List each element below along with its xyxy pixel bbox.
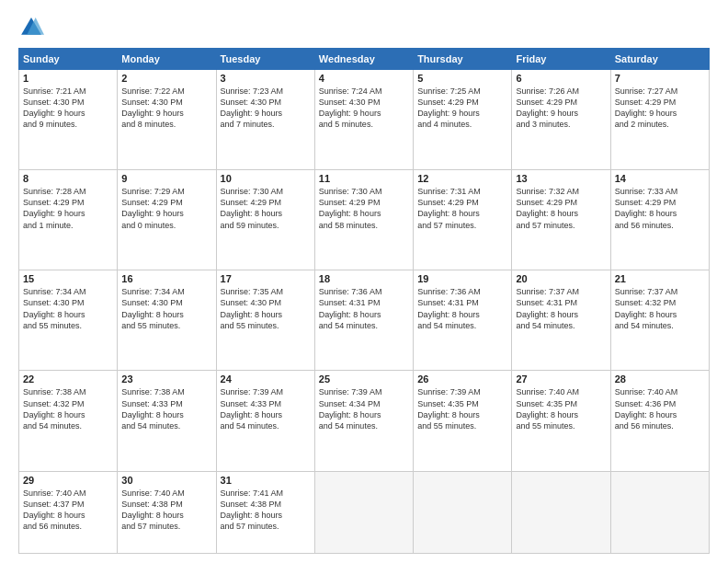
calendar-cell: 29Sunrise: 7:40 AMSunset: 4:37 PMDayligh… [19, 471, 118, 553]
day-info: Sunrise: 7:38 AMSunset: 4:32 PMDaylight:… [23, 386, 113, 431]
col-header-monday: Monday [118, 49, 216, 70]
day-info: Sunrise: 7:36 AMSunset: 4:31 PMDaylight:… [319, 286, 409, 331]
calendar-cell [314, 471, 413, 553]
day-info: Sunrise: 7:34 AMSunset: 4:30 PMDaylight:… [23, 286, 113, 331]
day-info: Sunrise: 7:40 AMSunset: 4:37 PMDaylight:… [23, 488, 113, 533]
day-info: Sunrise: 7:33 AMSunset: 4:29 PMDaylight:… [615, 186, 705, 231]
day-number: 30 [121, 475, 211, 486]
calendar-cell: 2Sunrise: 7:22 AMSunset: 4:30 PMDaylight… [118, 70, 216, 170]
calendar-cell: 28Sunrise: 7:40 AMSunset: 4:36 PMDayligh… [610, 371, 709, 471]
calendar-cell: 22Sunrise: 7:38 AMSunset: 4:32 PMDayligh… [19, 371, 118, 471]
day-number: 28 [615, 373, 705, 385]
day-info: Sunrise: 7:21 AMSunset: 4:30 PMDaylight:… [23, 86, 113, 131]
col-header-sunday: Sunday [19, 49, 118, 70]
day-info: Sunrise: 7:36 AMSunset: 4:31 PMDaylight:… [417, 286, 507, 331]
calendar-table: SundayMondayTuesdayWednesdayThursdayFrid… [18, 48, 710, 554]
calendar-cell: 5Sunrise: 7:25 AMSunset: 4:29 PMDaylight… [414, 70, 512, 170]
day-info: Sunrise: 7:37 AMSunset: 4:32 PMDaylight:… [615, 286, 705, 331]
logo-icon [18, 15, 44, 40]
calendar-cell: 16Sunrise: 7:34 AMSunset: 4:30 PMDayligh… [118, 270, 216, 371]
calendar-cell: 13Sunrise: 7:32 AMSunset: 4:29 PMDayligh… [512, 170, 610, 270]
day-info: Sunrise: 7:40 AMSunset: 4:38 PMDaylight:… [121, 488, 211, 533]
day-info: Sunrise: 7:35 AMSunset: 4:30 PMDaylight:… [221, 286, 311, 331]
calendar-cell: 24Sunrise: 7:39 AMSunset: 4:33 PMDayligh… [216, 371, 314, 471]
day-info: Sunrise: 7:39 AMSunset: 4:34 PMDaylight:… [319, 386, 409, 431]
day-number: 31 [221, 475, 311, 486]
day-info: Sunrise: 7:39 AMSunset: 4:33 PMDaylight:… [221, 386, 311, 431]
day-info: Sunrise: 7:40 AMSunset: 4:36 PMDaylight:… [615, 386, 705, 431]
day-number: 3 [221, 73, 311, 84]
calendar-cell: 20Sunrise: 7:37 AMSunset: 4:31 PMDayligh… [512, 270, 610, 371]
day-number: 1 [23, 73, 113, 84]
calendar-cell: 17Sunrise: 7:35 AMSunset: 4:30 PMDayligh… [216, 270, 314, 371]
calendar-cell: 1Sunrise: 7:21 AMSunset: 4:30 PMDaylight… [19, 70, 118, 170]
day-info: Sunrise: 7:24 AMSunset: 4:30 PMDaylight:… [319, 86, 409, 131]
calendar-cell: 10Sunrise: 7:30 AMSunset: 4:29 PMDayligh… [216, 170, 314, 270]
calendar-cell: 18Sunrise: 7:36 AMSunset: 4:31 PMDayligh… [314, 270, 413, 371]
day-number: 6 [516, 73, 606, 84]
day-number: 23 [121, 373, 211, 385]
day-info: Sunrise: 7:38 AMSunset: 4:33 PMDaylight:… [121, 386, 211, 431]
day-number: 13 [516, 173, 606, 184]
day-info: Sunrise: 7:26 AMSunset: 4:29 PMDaylight:… [516, 86, 606, 131]
day-number: 10 [221, 173, 311, 184]
calendar-cell: 30Sunrise: 7:40 AMSunset: 4:38 PMDayligh… [118, 471, 216, 553]
day-info: Sunrise: 7:30 AMSunset: 4:29 PMDaylight:… [221, 186, 311, 231]
col-header-wednesday: Wednesday [314, 49, 413, 70]
logo [18, 15, 48, 40]
day-number: 4 [319, 73, 409, 84]
day-number: 20 [516, 273, 606, 284]
calendar-cell: 27Sunrise: 7:40 AMSunset: 4:35 PMDayligh… [512, 371, 610, 471]
col-header-friday: Friday [512, 49, 610, 70]
calendar-cell: 15Sunrise: 7:34 AMSunset: 4:30 PMDayligh… [19, 270, 118, 371]
day-number: 12 [417, 173, 507, 184]
day-info: Sunrise: 7:37 AMSunset: 4:31 PMDaylight:… [516, 286, 606, 331]
day-info: Sunrise: 7:29 AMSunset: 4:29 PMDaylight:… [121, 186, 211, 231]
calendar-cell [610, 471, 709, 553]
day-number: 18 [319, 273, 409, 284]
day-number: 17 [221, 273, 311, 284]
day-number: 27 [516, 373, 606, 385]
col-header-tuesday: Tuesday [216, 49, 314, 70]
calendar-cell: 23Sunrise: 7:38 AMSunset: 4:33 PMDayligh… [118, 371, 216, 471]
day-number: 19 [417, 273, 507, 284]
calendar-cell: 21Sunrise: 7:37 AMSunset: 4:32 PMDayligh… [610, 270, 709, 371]
calendar-cell: 7Sunrise: 7:27 AMSunset: 4:29 PMDaylight… [610, 70, 709, 170]
day-number: 9 [121, 173, 211, 184]
day-number: 21 [615, 273, 705, 284]
day-info: Sunrise: 7:39 AMSunset: 4:35 PMDaylight:… [417, 386, 507, 431]
day-info: Sunrise: 7:31 AMSunset: 4:29 PMDaylight:… [417, 186, 507, 231]
page: SundayMondayTuesdayWednesdayThursdayFrid… [0, 0, 728, 563]
day-number: 16 [121, 273, 211, 284]
day-info: Sunrise: 7:23 AMSunset: 4:30 PMDaylight:… [221, 86, 311, 131]
calendar-cell: 6Sunrise: 7:26 AMSunset: 4:29 PMDaylight… [512, 70, 610, 170]
col-header-thursday: Thursday [414, 49, 512, 70]
day-info: Sunrise: 7:34 AMSunset: 4:30 PMDaylight:… [121, 286, 211, 331]
day-number: 5 [417, 73, 507, 84]
calendar-cell: 8Sunrise: 7:28 AMSunset: 4:29 PMDaylight… [19, 170, 118, 270]
calendar-cell: 12Sunrise: 7:31 AMSunset: 4:29 PMDayligh… [414, 170, 512, 270]
calendar-cell: 3Sunrise: 7:23 AMSunset: 4:30 PMDaylight… [216, 70, 314, 170]
day-number: 26 [417, 373, 507, 385]
day-number: 22 [23, 373, 113, 385]
day-number: 25 [319, 373, 409, 385]
day-number: 11 [319, 173, 409, 184]
day-number: 24 [221, 373, 311, 385]
calendar-cell: 25Sunrise: 7:39 AMSunset: 4:34 PMDayligh… [314, 371, 413, 471]
calendar-cell: 19Sunrise: 7:36 AMSunset: 4:31 PMDayligh… [414, 270, 512, 371]
calendar-cell [414, 471, 512, 553]
day-number: 2 [121, 73, 211, 84]
calendar-cell: 4Sunrise: 7:24 AMSunset: 4:30 PMDaylight… [314, 70, 413, 170]
day-number: 7 [615, 73, 705, 84]
day-number: 29 [23, 475, 113, 486]
col-header-saturday: Saturday [610, 49, 709, 70]
calendar-cell: 9Sunrise: 7:29 AMSunset: 4:29 PMDaylight… [118, 170, 216, 270]
day-info: Sunrise: 7:41 AMSunset: 4:38 PMDaylight:… [221, 488, 311, 533]
day-info: Sunrise: 7:28 AMSunset: 4:29 PMDaylight:… [23, 186, 113, 231]
calendar-cell: 11Sunrise: 7:30 AMSunset: 4:29 PMDayligh… [314, 170, 413, 270]
day-info: Sunrise: 7:27 AMSunset: 4:29 PMDaylight:… [615, 86, 705, 131]
day-info: Sunrise: 7:40 AMSunset: 4:35 PMDaylight:… [516, 386, 606, 431]
calendar-cell: 26Sunrise: 7:39 AMSunset: 4:35 PMDayligh… [414, 371, 512, 471]
day-info: Sunrise: 7:22 AMSunset: 4:30 PMDaylight:… [121, 86, 211, 131]
calendar-cell: 14Sunrise: 7:33 AMSunset: 4:29 PMDayligh… [610, 170, 709, 270]
